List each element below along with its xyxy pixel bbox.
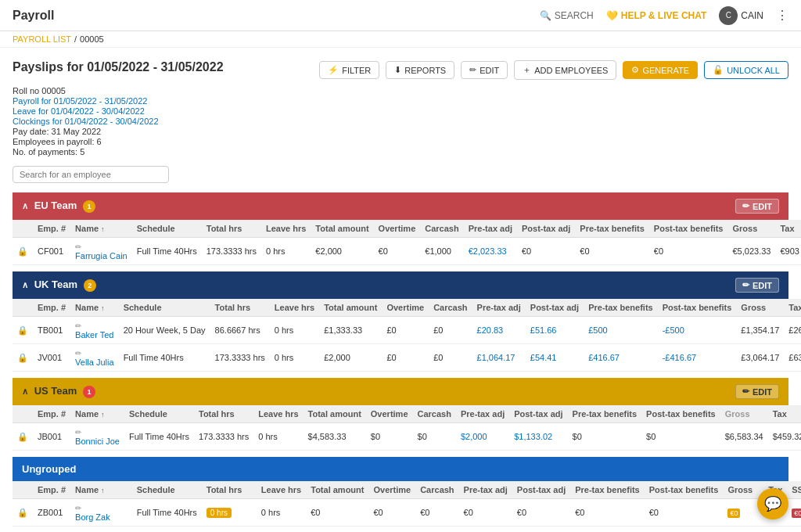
ug-th-ssc: SSC — [787, 481, 801, 499]
lock-cell: 🔒 — [13, 317, 33, 344]
ug-th-emp-num: Emp. # — [33, 481, 70, 499]
emp-ssc: €0 — [787, 527, 801, 533]
emp-name-link[interactable]: Baker Ted — [75, 330, 114, 340]
uk-team-header: ∧ UK Team 2 ✏ EDIT — [13, 271, 788, 299]
breadcrumb-payroll-list[interactable]: PAYROLL LIST — [13, 34, 71, 44]
search-button[interactable]: 🔍 SEARCH — [540, 10, 594, 21]
th-leave-hrs[interactable]: Leave hrs — [261, 220, 311, 238]
th-total-amount: Total amount — [311, 220, 373, 238]
avatar: C — [719, 6, 738, 25]
emp-name-cell[interactable]: ✏Vella Julia — [70, 344, 119, 372]
ug-th-overtime: Overtime — [368, 481, 415, 499]
roll-no: Roll no 00005 — [13, 86, 788, 95]
leave-period-link[interactable]: Leave for 01/04/2022 - 30/04/2022 — [13, 106, 145, 116]
breadcrumb: PAYROLL LIST / 00005 — [0, 31, 801, 48]
emp-tax: £637.60 — [784, 344, 801, 372]
emp-name-cell[interactable]: ✏Farrugia Noel — [70, 527, 132, 533]
uk-th-post-tax-benefits: Post-tax benefits — [658, 299, 737, 317]
ug-th-name[interactable]: Name ↑ — [70, 481, 132, 499]
th-name[interactable]: Name ↑ — [70, 220, 132, 238]
table-row: 🔒NF001✏Farrugia Noel15Hrs flexi noel37.1… — [13, 527, 801, 533]
unlock-all-button[interactable]: 🔓 UNLOCK ALL — [704, 61, 788, 79]
uk-th-overtime: Overtime — [382, 299, 429, 317]
info-block: Roll no 00005 Payroll for 01/05/2022 - 3… — [13, 86, 788, 156]
ug-th-post-tax-benefits: Post-tax benefits — [645, 481, 724, 499]
emp-pre-tax-benefits: €0 — [575, 238, 649, 265]
emp-post-tax-benefits: $0 — [641, 423, 720, 451]
us-edit-icon: ✏ — [742, 386, 749, 397]
uk-th-emp — [13, 299, 33, 317]
emp-name-link[interactable]: Bonnici Joe — [75, 437, 120, 446]
search-bar — [13, 166, 788, 183]
us-th-name[interactable]: Name ↑ — [70, 405, 124, 423]
ug-th-leave-hrs: Leave hrs — [257, 481, 306, 499]
us-collapse-icon[interactable]: ∧ — [22, 386, 28, 396]
emp-schedule: Full Time 40Hrs — [132, 499, 202, 527]
emp-overtime: €0 — [368, 499, 415, 527]
more-menu-icon[interactable]: ⋮ — [776, 8, 788, 23]
eu-team-badge: 1 — [83, 200, 95, 213]
ungrouped-section: Ungrouped Emp. # Name ↑ Schedule Total h… — [13, 457, 788, 532]
emp-name-link[interactable]: Borg Zak — [75, 512, 128, 522]
us-team-section: ∧ US Team 1 ✏ EDIT Emp. # Name ↑ Schedul… — [13, 378, 788, 451]
emp-total-hrs: 37.1668 hrs — [202, 527, 257, 533]
us-team-edit-button[interactable]: ✏ EDIT — [735, 384, 779, 399]
us-th-gross: Gross — [720, 405, 768, 423]
us-team-table: Emp. # Name ↑ Schedule Total hrs Leave h… — [13, 405, 801, 451]
th-schedule: Schedule — [132, 220, 202, 238]
eu-team-label: EU Team — [34, 200, 77, 211]
filter-label: FILTER — [342, 66, 371, 75]
reports-label: REPORTS — [404, 66, 446, 75]
us-th-emp-lock — [13, 405, 33, 423]
chat-fab-icon: 💬 — [764, 495, 781, 512]
generate-button[interactable]: ⚙ GENERATE — [623, 61, 698, 79]
filter-button[interactable]: ⚡ FILTER — [319, 61, 379, 79]
us-table-header-row: Emp. # Name ↑ Schedule Total hrs Leave h… — [13, 405, 801, 423]
uk-team-edit-button[interactable]: ✏ EDIT — [735, 278, 779, 293]
emp-name-link[interactable]: Farrugia Cain — [75, 251, 128, 261]
table-row: 🔒CF001✏Farrugia CainFull Time 40Hrs173.3… — [13, 238, 801, 265]
payroll-period-link[interactable]: Payroll for 01/05/2022 - 31/05/2022 — [13, 96, 147, 106]
help-chat-button[interactable]: 💛 HELP & LIVE CHAT — [606, 10, 707, 21]
emp-total-hrs: 0 hrs — [202, 499, 257, 527]
emp-name-cell[interactable]: ✏Baker Ted — [70, 317, 119, 344]
ug-th-pre-tax-benefits: Pre-tax benefits — [570, 481, 645, 499]
emp-post-tax-adj: €0 — [512, 499, 570, 527]
emp-overtime: $0 — [366, 423, 413, 451]
search-input[interactable] — [13, 166, 169, 183]
emp-total-amount: €178.69 — [306, 527, 368, 533]
edit-name-icon: ✏ — [75, 322, 81, 330]
uk-th-leave-hrs: Leave hrs — [270, 299, 319, 317]
emp-name-cell[interactable]: ✏Bonnici Joe — [70, 423, 124, 451]
emp-tax: €0 — [763, 527, 787, 533]
uk-collapse-icon[interactable]: ∧ — [22, 280, 28, 289]
reports-button[interactable]: ⬇ REPORTS — [386, 61, 454, 79]
unlock-all-label: UNLOCK ALL — [727, 66, 780, 75]
add-employees-button[interactable]: ＋ ADD EMPLOYEES — [514, 60, 616, 80]
eu-collapse-icon[interactable]: ∧ — [22, 201, 28, 210]
emp-name-cell[interactable]: ✏Farrugia Cain — [70, 238, 132, 265]
lock-cell: 🔒 — [13, 527, 33, 533]
emp-leave-hrs: 0 hrs — [257, 499, 306, 527]
page-title-row: Payslips for 01/05/2022 - 31/05/2022 ⚡ F… — [13, 60, 788, 80]
emp-post-tax-benefits: €0 — [645, 527, 724, 533]
total-hrs-badge: 0 hrs — [207, 508, 232, 518]
emp-ssc: €0 — [787, 499, 801, 527]
add-employees-label: ADD EMPLOYEES — [534, 66, 608, 75]
user-menu-button[interactable]: C CAIN — [719, 6, 763, 25]
ug-th-carcash: Carcash — [415, 481, 458, 499]
lock-open-icon: 🔓 — [713, 65, 724, 75]
emp-name-link[interactable]: Vella Julia — [75, 358, 114, 367]
emp-gross: €5,023.33 — [727, 238, 775, 265]
uk-table-header-row: Emp. # Name ↑ Schedule Total hrs Leave h… — [13, 299, 801, 317]
edit-button[interactable]: ✏ EDIT — [461, 61, 508, 79]
eu-team-table: Emp. # Name ↑ Schedule Total hrs Leave h… — [13, 220, 801, 265]
chat-fab-button[interactable]: 💬 — [757, 488, 788, 519]
ug-th-gross: Gross — [723, 481, 763, 499]
clockings-period-link[interactable]: Clockings for 01/04/2022 - 30/04/2022 — [13, 117, 159, 126]
uk-th-name[interactable]: Name ↑ — [70, 299, 119, 317]
filter-icon: ⚡ — [328, 65, 339, 75]
ug-th-total-hrs: Total hrs — [202, 481, 257, 499]
emp-name-cell[interactable]: ✏Borg Zak — [70, 499, 132, 527]
eu-team-edit-button[interactable]: ✏ EDIT — [735, 199, 779, 214]
